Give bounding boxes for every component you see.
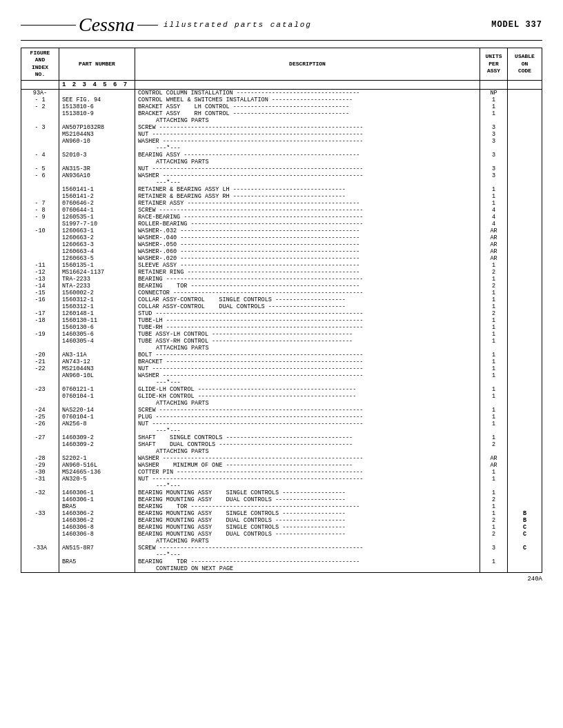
cell-figure: -12 xyxy=(21,269,59,276)
cell-figure xyxy=(21,117,59,124)
cell-units: 1 xyxy=(480,110,508,117)
table-row: -31 AN320-5 NUT ------------------------… xyxy=(21,476,542,483)
table-row: ATTACHING PARTS xyxy=(21,345,542,352)
cell-usable xyxy=(508,372,542,379)
cell-usable xyxy=(508,310,542,317)
numbers-usable-cell xyxy=(508,80,542,89)
table-row: - 6 AN936A10 WASHER --------------------… xyxy=(21,172,542,179)
cell-units: NP xyxy=(480,89,508,97)
cell-usable xyxy=(508,179,542,186)
cell-figure: -15 xyxy=(21,290,59,296)
cell-part: MS24665-136 xyxy=(59,469,135,476)
cell-figure: - 5 xyxy=(21,165,59,172)
table-row: -21 AN743-12 BRACKET -------------------… xyxy=(21,358,542,365)
cell-part xyxy=(59,538,135,545)
cell-part xyxy=(59,379,135,386)
cell-part: 1513810-9 xyxy=(59,110,135,117)
cell-part: AN315-3R xyxy=(59,165,135,172)
cell-figure xyxy=(21,234,59,241)
cell-part: AN507P1032R8 xyxy=(59,124,135,131)
logo-decoration: Cessna xyxy=(21,14,158,36)
cell-usable xyxy=(508,489,542,496)
cell-usable xyxy=(508,414,542,421)
cell-part: MS21044N3 xyxy=(59,131,135,138)
cell-usable xyxy=(508,400,542,407)
cell-units xyxy=(480,552,508,558)
cell-part: 1460305-4 xyxy=(59,338,135,345)
cell-units: 1 xyxy=(480,393,508,400)
table-row: -26 AN256-8 NUT ------------------------… xyxy=(21,421,542,427)
cell-figure xyxy=(21,496,59,503)
cell-usable xyxy=(508,290,542,296)
cell-figure: -23 xyxy=(21,386,59,393)
logo-line-right xyxy=(137,25,158,26)
cell-usable: C xyxy=(508,545,542,552)
table-row: -12 MS16624-1137 RETAINER RING ---------… xyxy=(21,269,542,276)
table-row: -18 1560130-11 TUBE-LH -----------------… xyxy=(21,317,542,324)
cell-usable xyxy=(508,407,542,414)
cell-desc: SHAFT DUAL CONTROLS --------------------… xyxy=(135,441,480,448)
cell-usable xyxy=(508,200,542,207)
table-row: BRA5 BEARING TDR -----------------------… xyxy=(21,558,542,565)
cell-usable xyxy=(508,276,542,283)
table-row: 1560130-6 TUBE-RH ----------------------… xyxy=(21,324,542,331)
cell-usable: C xyxy=(508,524,542,531)
cell-units: 1 xyxy=(480,303,508,310)
cell-part: AN960-516L xyxy=(59,462,135,469)
cell-figure: -32 xyxy=(21,489,59,496)
cell-usable xyxy=(508,303,542,310)
cell-desc: ATTACHING PARTS xyxy=(135,117,480,124)
table-row: -32 1460306-1 BEARING MOUNTING ASSY SING… xyxy=(21,489,542,496)
cell-desc: RETAINER & BEARING ASSY RH -------------… xyxy=(135,193,480,200)
cell-units: 1 xyxy=(480,558,508,565)
cell-usable xyxy=(508,97,542,103)
cell-units: 1 xyxy=(480,510,508,517)
cell-units: 3 xyxy=(480,138,508,145)
cell-figure: -29 xyxy=(21,462,59,469)
cell-figure xyxy=(21,483,59,489)
table-row: -19 1460305-6 TUBE ASSY-LH CONTROL -----… xyxy=(21,331,542,338)
table-row: 1460309-2 SHAFT DUAL CONTROLS ----------… xyxy=(21,441,542,448)
cell-usable xyxy=(508,138,542,145)
cell-desc: RACE-BEARING ---------------------------… xyxy=(135,214,480,221)
cell-units: 1 xyxy=(480,193,508,200)
cell-desc: WASHER-.040 ----------------------------… xyxy=(135,234,480,241)
cell-usable xyxy=(508,338,542,345)
cell-desc: RETAINER ASSY --------------------------… xyxy=(135,200,480,207)
cell-usable xyxy=(508,255,542,262)
cell-usable xyxy=(508,89,542,97)
table-row: S1997-7-10 ROLLER-BEARING --------------… xyxy=(21,221,542,228)
cell-figure xyxy=(21,145,59,152)
cell-usable xyxy=(508,345,542,352)
cell-part: 1260148-1 xyxy=(59,310,135,317)
cell-desc: SHAFT SINGLE CONTROLS ------------------… xyxy=(135,434,480,441)
cell-units: 1 xyxy=(480,365,508,372)
table-row: ATTACHING PARTS xyxy=(21,538,542,545)
cell-part xyxy=(59,159,135,165)
table-row: -17 1260148-1 STUD ---------------------… xyxy=(21,310,542,317)
cell-units: 3 xyxy=(480,124,508,131)
cell-usable xyxy=(508,503,542,510)
cell-desc: WASHER ---------------------------------… xyxy=(135,138,480,145)
cell-desc: WASHER ---------------------------------… xyxy=(135,372,480,379)
numbers-row: 1 2 3 4 5 6 7 xyxy=(21,80,542,89)
cell-desc: SCREW ----------------------------------… xyxy=(135,407,480,414)
cell-desc: ATTACHING PARTS xyxy=(135,448,480,455)
cell-usable xyxy=(508,421,542,427)
cell-figure xyxy=(21,159,59,165)
logo-line-left xyxy=(21,25,76,26)
cell-usable: B xyxy=(508,517,542,524)
cell-figure xyxy=(21,255,59,262)
cell-figure xyxy=(21,441,59,448)
cell-usable xyxy=(508,283,542,290)
cell-usable xyxy=(508,262,542,269)
cell-figure: -25 xyxy=(21,414,59,421)
cell-usable xyxy=(508,317,542,324)
cell-units: 1 xyxy=(480,338,508,345)
cell-figure xyxy=(21,138,59,145)
table-row: ---*--- xyxy=(21,379,542,386)
table-row: -20 AN3-11A BOLT -----------------------… xyxy=(21,352,542,358)
cell-part: 1260663-3 xyxy=(59,241,135,248)
cell-units xyxy=(480,379,508,386)
table-row: 1260663-4 WASHER-.060 ------------------… xyxy=(21,248,542,255)
